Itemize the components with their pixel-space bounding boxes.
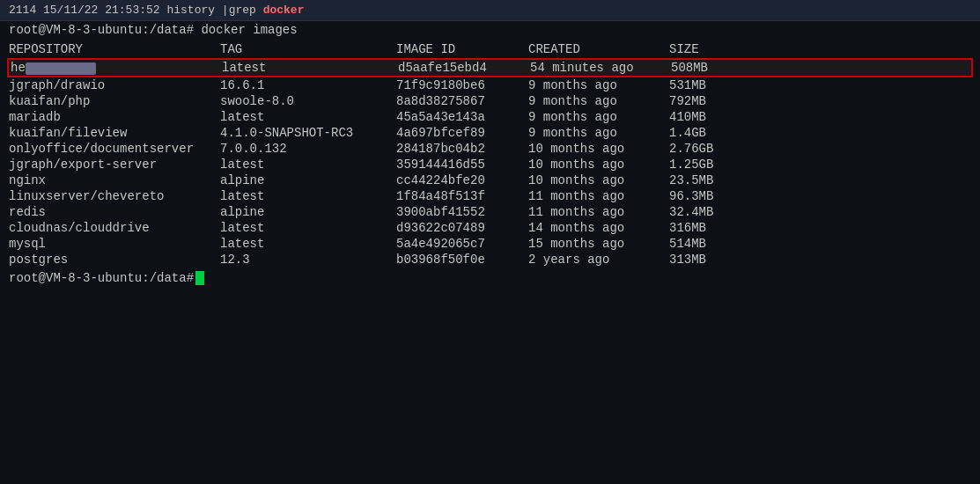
table-row: onlyoffice/documentserver7.0.0.132284187… [9,141,971,157]
cell-created: 11 months ago [528,205,669,219]
header-repository: REPOSITORY [9,42,220,56]
cell-tag: swoole-8.0 [220,94,396,108]
cell-image-id: d5aafe15ebd4 [398,61,530,75]
cell-size: 96.3MB [669,189,757,203]
cell-created: 9 months ago [528,94,669,108]
cell-image-id: cc44224bfe20 [396,173,528,187]
header-image-id: IMAGE ID [396,42,528,56]
cell-size: 514MB [669,237,757,251]
blurred-repo [26,62,96,75]
cell-created: 10 months ago [528,158,669,172]
cell-repo: linuxserver/chevereto [9,189,220,203]
cell-size: 531MB [669,78,757,92]
cell-tag: alpine [220,173,396,187]
cell-created: 9 months ago [528,78,669,92]
cell-created: 54 minutes ago [530,61,671,75]
table-row: cloudnas/clouddrivelatestd93622c0748914 … [9,220,971,236]
cell-size: 1.4GB [669,126,757,140]
header-size: SIZE [669,42,757,56]
cell-created: 9 months ago [528,126,669,140]
table-row: jgraph/export-serverlatest359144416d5510… [9,157,971,172]
cursor [195,271,204,285]
cell-tag: 12.3 [220,253,396,267]
docker-command-prompt: root@VM-8-3-ubuntu:/data# docker images [0,21,980,39]
cell-image-id: 284187bc04b2 [396,142,528,156]
cell-repo: nginx [9,173,220,187]
terminal: 2114 15/11/22 21:53:52 history |grep doc… [0,0,980,484]
table-row: redisalpine3900abf4155211 months ago32.4… [9,204,971,220]
cell-repo: kuaifan/php [9,94,220,108]
cell-tag: 4.1.0-SNAPSHOT-RC3 [220,126,396,140]
cell-size: 792MB [669,94,757,108]
cell-size: 410MB [669,110,757,124]
cell-tag: latest [220,158,396,172]
table-row: he latestd5aafe15ebd454 minutes ago508MB [7,58,973,77]
table-row: nginxalpinecc44224bfe2010 months ago23.5… [9,172,971,188]
cell-size: 2.76GB [669,142,757,156]
cell-tag: latest [222,61,398,75]
bottom-prompt-text: root@VM-8-3-ubuntu:/data# [9,271,194,285]
cell-image-id: 45a5a43e143a [396,110,528,124]
cell-repo: mysql [9,237,220,251]
cell-image-id: 359144416d55 [396,158,528,172]
cell-image-id: 71f9c9180be6 [396,78,528,92]
cell-tag: 16.6.1 [220,78,396,92]
cell-tag: latest [220,237,396,251]
cell-image-id: 1f84a48f513f [396,189,528,203]
cell-size: 32.4MB [669,205,757,219]
cell-created: 14 months ago [528,221,669,235]
header-created: CREATED [528,42,669,56]
cell-created: 11 months ago [528,189,669,203]
table-row: mariadblatest45a5a43e143a9 months ago410… [9,109,971,125]
cell-created: 15 months ago [528,237,669,251]
cell-repo: he [11,61,222,75]
cell-size: 316MB [669,221,757,235]
cell-size: 23.5MB [669,173,757,187]
table-row: linuxserver/cheveretolatest1f84a48f513f1… [9,188,971,204]
cell-tag: latest [220,221,396,235]
cell-size: 508MB [671,61,759,75]
history-text: 2114 15/11/22 21:53:52 history |grep [9,4,263,17]
cell-repo: redis [9,205,220,219]
table-row: mysqllatest5a4e492065c715 months ago514M… [9,236,971,252]
header-tag: TAG [220,42,396,56]
cell-repo: onlyoffice/documentserver [9,142,220,156]
cell-image-id: b03968f50f0e [396,253,528,267]
cell-repo: cloudnas/clouddrive [9,221,220,235]
cell-created: 10 months ago [528,142,669,156]
docker-keyword: docker [263,4,305,17]
cell-created: 10 months ago [528,173,669,187]
table-row: postgres12.3b03968f50f0e2 years ago313MB [9,252,971,268]
cell-created: 2 years ago [528,253,669,267]
cell-size: 313MB [669,253,757,267]
table-header: REPOSITORY TAG IMAGE ID CREATED SIZE [9,39,971,58]
cell-repo: mariadb [9,110,220,124]
history-line: 2114 15/11/22 21:53:52 history |grep doc… [0,0,980,21]
table-body: he latestd5aafe15ebd454 minutes ago508MB… [9,58,971,268]
cell-created: 9 months ago [528,110,669,124]
bottom-prompt-line: root@VM-8-3-ubuntu:/data# [0,268,980,289]
cell-repo: jgraph/drawio [9,78,220,92]
cell-image-id: 5a4e492065c7 [396,237,528,251]
cell-tag: alpine [220,205,396,219]
cell-tag: 7.0.0.132 [220,142,396,156]
table-row: kuaifan/phpswoole-8.08a8d382758679 month… [9,93,971,109]
cell-tag: latest [220,110,396,124]
cell-tag: latest [220,189,396,203]
docker-images-table: REPOSITORY TAG IMAGE ID CREATED SIZE he … [0,39,980,268]
cell-repo: kuaifan/fileview [9,126,220,140]
cell-repo: postgres [9,253,220,267]
prompt-text: root@VM-8-3-ubuntu:/data# docker images [9,23,298,37]
cell-image-id: 4a697bfcef89 [396,126,528,140]
table-row: kuaifan/fileview4.1.0-SNAPSHOT-RC34a697b… [9,125,971,141]
cell-image-id: 3900abf41552 [396,205,528,219]
cell-size: 1.25GB [669,158,757,172]
cell-image-id: 8a8d38275867 [396,94,528,108]
table-row: jgraph/drawio16.6.171f9c9180be69 months … [9,77,971,93]
cell-image-id: d93622c07489 [396,221,528,235]
cell-repo: jgraph/export-server [9,158,220,172]
